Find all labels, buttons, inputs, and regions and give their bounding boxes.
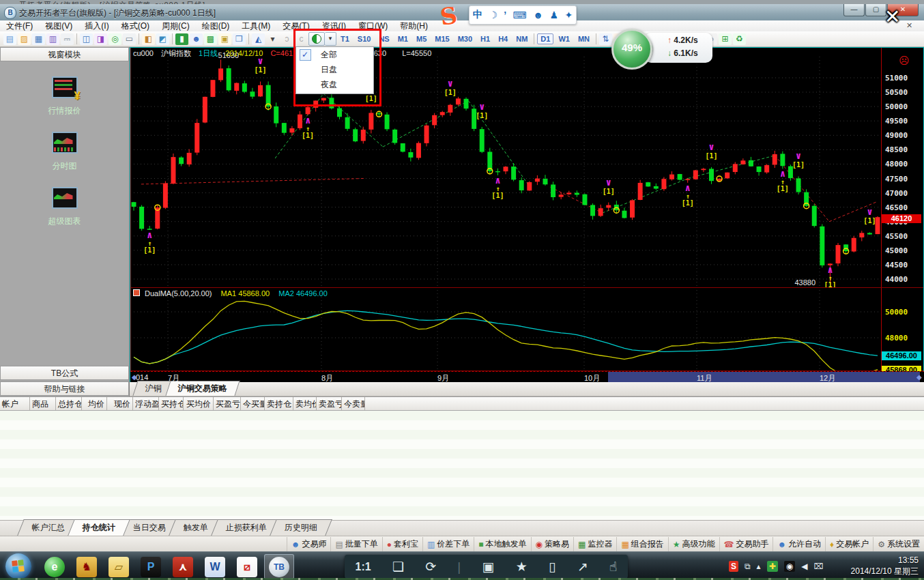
restore-window-icon[interactable]: ⧉ [745, 562, 751, 571]
word-taskbar-button[interactable]: W [200, 554, 230, 579]
timeframe-h4[interactable]: H4 [495, 33, 511, 44]
column-header-2[interactable]: 总持仓 [56, 397, 82, 410]
menu-item-6[interactable]: 工具(M) [235, 20, 276, 31]
chinese-mode-icon[interactable]: 中 [473, 9, 482, 21]
menu-item-2[interactable]: 插入(I) [78, 20, 115, 31]
chart-window-icon[interactable]: ◨ [94, 33, 107, 45]
blocked-taskbar-button[interactable]: ⧄ [232, 554, 262, 579]
market-monitor-icon[interactable]: ▩ [204, 33, 217, 45]
menu-item-5[interactable]: 绘图(D) [196, 20, 236, 31]
trade-button-6[interactable]: ▦监控器 [573, 537, 616, 551]
tradeblazer-taskbar-button[interactable]: TB [264, 554, 294, 579]
rotate-icon[interactable]: ⟳ [425, 559, 436, 575]
trade-button-7[interactable]: ▦组合报告 [616, 537, 667, 551]
frame-icon[interactable]: ❏ [392, 559, 404, 575]
refresh-window-icon[interactable]: ◎ [109, 33, 121, 45]
trade-button-1[interactable]: ▤批量下单 [330, 537, 381, 551]
save-icon[interactable]: ▣ [482, 559, 495, 575]
trade-button-9[interactable]: ☎交易助手 [719, 537, 773, 551]
trade-button-0[interactable]: ☻交易师 [287, 537, 331, 551]
explorer-taskbar-button[interactable]: ▱ [104, 554, 134, 579]
like-icon[interactable]: ☝ [609, 559, 618, 575]
trade-button-11[interactable]: ♦交易帐户 [825, 537, 873, 551]
sidebar-item-0[interactable]: ¥行情报价 [0, 76, 129, 117]
column-header-11[interactable]: 卖均价 [293, 397, 317, 410]
sidebar-footer-formula[interactable]: TB公式 [0, 366, 129, 380]
network-icon[interactable]: ⌧ [813, 562, 823, 571]
compass-disabled-icon[interactable]: ↄ [280, 33, 293, 45]
next-page-icon[interactable]: ◩ [156, 33, 169, 45]
trade-button-3[interactable]: ▥价差下单 [422, 537, 474, 551]
speed-ball-overlay[interactable]: ↑ 4.2K/s ↓ 6.1K/s 4 49% [611, 29, 714, 67]
candlestick-chart[interactable]: ∨[1]∨[1]∨[1]∨[1]∨[1]∨[1]∨[1]∨[1]∧↑[1]∧↑[… [130, 48, 881, 287]
column-header-4[interactable]: 现价 [107, 397, 133, 410]
bottom-tab-1[interactable]: 持仓统计 [68, 519, 130, 536]
share-icon[interactable]: ↗ [577, 559, 588, 575]
menu-item-1[interactable]: 视图(V) [39, 20, 78, 31]
trade-button-2[interactable]: ●套利宝 [382, 537, 422, 551]
sync-icon[interactable]: ♻ [733, 33, 746, 45]
memory-ball[interactable]: 49% [611, 29, 652, 70]
scroll-right-icon[interactable]: ◆ [916, 373, 922, 381]
lock-icon[interactable]: ▮ [175, 33, 188, 45]
maximize-button[interactable]: ▢ [865, 4, 886, 16]
user-icon[interactable]: ☻ [190, 33, 203, 45]
timeframe-w1[interactable]: W1 [555, 33, 573, 44]
bottom-tab-5[interactable]: 历史明细 [270, 519, 332, 536]
column-header-6[interactable]: 买持仓 [159, 397, 184, 410]
timeframe-mn[interactable]: MN [575, 33, 593, 44]
trade-button-8[interactable]: ★高级功能 [668, 537, 719, 551]
child-close-icon[interactable]: ✕ [906, 21, 912, 30]
time-axis-scrollbar[interactable]: ◆ ◆ 0147月8月9月10月11月12月 [130, 371, 924, 383]
timeframe-m15[interactable]: M15 [431, 33, 452, 44]
histogram-dropdown-icon[interactable]: ▾ [266, 33, 279, 45]
menu-item-4[interactable]: 周期(C) [156, 20, 196, 31]
column-header-10[interactable]: 卖持仓 [265, 397, 293, 410]
security-taskbar-button[interactable]: ♞ [72, 554, 102, 579]
order-panel-icon[interactable]: ▣ [218, 33, 231, 45]
timeframe-d1[interactable]: D1 [537, 33, 553, 44]
prev-page-icon[interactable]: ◧ [142, 33, 155, 45]
minimize-button[interactable]: — [843, 4, 865, 16]
timeframe-nm[interactable]: NM [512, 33, 531, 44]
trade-button-4[interactable]: ■本地触发单 [474, 537, 530, 551]
trade-button-10[interactable]: ☻允许自动 [773, 537, 825, 551]
sidebar-item-2[interactable]: 超级图表 [0, 187, 129, 227]
column-header-9[interactable]: 今买量 [241, 397, 265, 410]
sogou-tray-icon[interactable]: S [729, 561, 738, 572]
start-button[interactable] [5, 553, 31, 579]
column-header-5[interactable]: 浮动盈亏 [133, 397, 159, 410]
menu-item-0[interactable]: 文件(F) [0, 20, 39, 31]
add-grid-icon[interactable]: ⊞ [719, 33, 732, 45]
column-header-1[interactable]: 商品 [30, 397, 56, 410]
column-header-8[interactable]: 买盈亏 [214, 397, 241, 410]
scrollbar-selection[interactable] [608, 372, 920, 383]
window-layout-icon[interactable]: ❒ [233, 33, 246, 45]
print-icon[interactable]: ⎓ [61, 33, 74, 45]
menu-item-10[interactable]: 帮助(H) [394, 20, 434, 31]
list-window-icon[interactable]: ▭ [123, 33, 136, 45]
device-icon[interactable]: ▯ [549, 559, 555, 575]
volume-icon[interactable]: ◀ [801, 562, 807, 571]
trade-button-5[interactable]: ◉策略易 [531, 537, 573, 551]
column-header-0[interactable]: 帐户 [0, 397, 30, 410]
column-header-13[interactable]: 今卖量 [342, 397, 365, 410]
bookmark-icon[interactable]: ★ [516, 559, 528, 575]
sidebar-item-1[interactable]: 分时图 [0, 132, 129, 172]
column-header-7[interactable]: 买均价 [184, 397, 214, 410]
taskbar-clock[interactable]: 13:55 2014/12/10 星期三 [851, 555, 919, 577]
timeframe-h1[interactable]: H1 [477, 33, 493, 44]
show-hidden-icon[interactable]: ▴ [757, 562, 761, 571]
dualma-indicator-chart[interactable] [130, 287, 881, 371]
acrobat-taskbar-button[interactable]: ⋏ [168, 554, 198, 579]
sidebar-header-modules[interactable]: 视窗模块 [0, 47, 129, 61]
timeframe-m30[interactable]: M30 [454, 33, 476, 44]
sidebar-footer-help[interactable]: 帮助与链接 [0, 381, 129, 396]
insert-order-icon[interactable]: ⇅ [599, 33, 612, 45]
menu-item-3[interactable]: 格式(O) [115, 20, 156, 31]
column-header-12[interactable]: 卖盈亏 [317, 397, 342, 410]
antivirus-icon[interactable]: ✚ [767, 561, 778, 572]
positions-table-body[interactable] [0, 411, 924, 520]
toolbox-icon[interactable]: ✦ [565, 10, 573, 20]
timeframe-m5[interactable]: M5 [413, 33, 430, 44]
